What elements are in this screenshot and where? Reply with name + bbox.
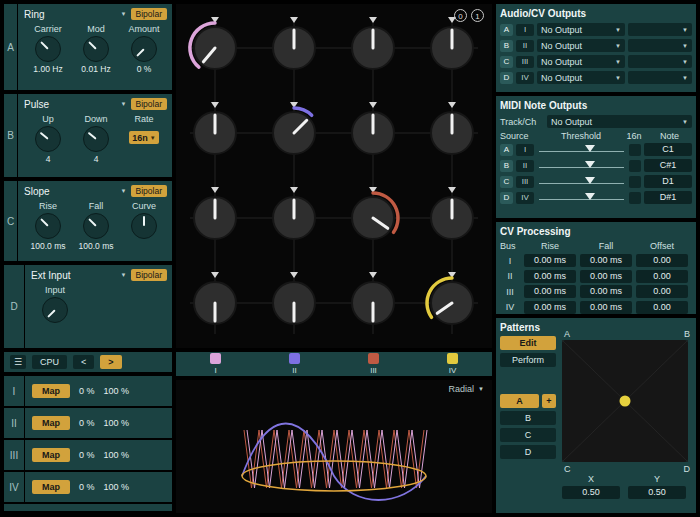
up-value[interactable]: 4 [46, 154, 51, 164]
xy-morph-pad[interactable] [562, 340, 688, 462]
bipolar-toggle[interactable]: Bipolar [131, 98, 167, 110]
y-value[interactable]: 0.50 [628, 486, 686, 499]
offset-value[interactable]: 0.00 [636, 254, 688, 267]
morph-position-dot[interactable] [620, 396, 631, 407]
sync-toggle[interactable] [629, 192, 641, 204]
rise-value[interactable]: 0.00 ms [524, 285, 576, 298]
up-knob[interactable] [35, 126, 61, 152]
note-value[interactable]: C#1 [644, 159, 692, 172]
map-min-value[interactable]: 0 % [79, 386, 95, 396]
note-value[interactable]: C1 [644, 143, 692, 156]
x-value[interactable]: 0.50 [562, 486, 620, 499]
map-max-value[interactable]: 100 % [104, 450, 130, 460]
source-numeral-button[interactable]: I [516, 144, 534, 156]
matrix-knob-r4-c4[interactable] [427, 272, 473, 324]
sync-toggle[interactable] [629, 176, 641, 188]
matrix-knob-r1-c1[interactable] [190, 17, 236, 69]
offset-value[interactable]: 0.00 [636, 270, 688, 283]
rise-value[interactable]: 100.0 ms [31, 241, 66, 251]
bipolar-toggle[interactable]: Bipolar [131, 269, 167, 281]
module-type-dropdown-icon[interactable]: ▼ [121, 11, 127, 17]
offset-value[interactable]: 0.00 [636, 285, 688, 298]
fall-value[interactable]: 0.00 ms [580, 270, 632, 283]
map-max-value[interactable]: 100 % [104, 386, 130, 396]
amount-knob[interactable] [131, 36, 157, 62]
pattern-a-button[interactable]: A [500, 394, 539, 408]
source-letter-button[interactable]: D [500, 72, 513, 84]
pattern-d-button[interactable]: D [500, 445, 556, 459]
module-type-dropdown-icon[interactable]: ▼ [121, 101, 127, 107]
threshold-slider[interactable] [537, 192, 626, 204]
map-min-value[interactable]: 0 % [79, 482, 95, 492]
next-page-button[interactable]: > [100, 355, 121, 369]
note-value[interactable]: D1 [644, 175, 692, 188]
source-letter-button[interactable]: B [500, 160, 513, 172]
threshold-slider[interactable] [537, 144, 626, 156]
channel-select[interactable]: ▼ [628, 71, 692, 84]
output-select[interactable]: No Output▼ [537, 39, 625, 52]
threshold-slider[interactable] [537, 160, 626, 172]
fall-knob[interactable] [83, 213, 109, 239]
source-letter-button[interactable]: B [500, 40, 513, 52]
bipolar-toggle[interactable]: Bipolar [131, 185, 167, 197]
channel-select[interactable]: ▼ [628, 55, 692, 68]
pattern-b-button[interactable]: B [500, 411, 556, 425]
map-button[interactable]: Map [32, 448, 70, 462]
map-button[interactable]: Map [32, 480, 70, 494]
mod-value[interactable]: 0.01 Hz [81, 64, 110, 74]
source-numeral-button[interactable]: II [516, 40, 534, 52]
edit-button[interactable]: Edit [500, 336, 556, 350]
source-numeral-button[interactable]: II [516, 160, 534, 172]
input-knob[interactable] [42, 297, 68, 323]
slider-marker-icon[interactable] [585, 161, 595, 168]
fall-value[interactable]: 0.00 ms [580, 301, 632, 314]
map-button[interactable]: Map [32, 384, 70, 398]
offset-value[interactable]: 0.00 [636, 301, 688, 314]
source-numeral-button[interactable]: I [516, 24, 534, 36]
track-select[interactable]: No Output▼ [547, 115, 692, 128]
matrix-view-0-button[interactable]: 0 [454, 9, 467, 22]
source-numeral-button[interactable]: III [516, 176, 534, 188]
slider-marker-icon[interactable] [585, 177, 595, 184]
map-button[interactable]: Map [32, 416, 70, 430]
sync-toggle[interactable] [629, 160, 641, 172]
sync-toggle[interactable] [629, 144, 641, 156]
rise-value[interactable]: 0.00 ms [524, 270, 576, 283]
map-min-value[interactable]: 0 % [79, 418, 95, 428]
slider-marker-icon[interactable] [585, 145, 595, 152]
down-value[interactable]: 4 [94, 154, 99, 164]
source-numeral-button[interactable]: IV [516, 72, 534, 84]
amount-value[interactable]: 0 % [137, 64, 152, 74]
matrix-view-1-button[interactable]: 1 [471, 9, 484, 22]
bipolar-toggle[interactable]: Bipolar [131, 8, 167, 20]
pattern-c-button[interactable]: C [500, 428, 556, 442]
fall-value[interactable]: 0.00 ms [580, 254, 632, 267]
source-letter-button[interactable]: A [500, 24, 513, 36]
mod-knob[interactable] [83, 36, 109, 62]
source-letter-button[interactable]: D [500, 192, 513, 204]
output-select[interactable]: No Output▼ [537, 55, 625, 68]
note-value[interactable]: D#1 [644, 191, 692, 204]
source-letter-button[interactable]: C [500, 56, 513, 68]
rate-dropdown[interactable]: 16n ▼ [129, 131, 159, 144]
slider-marker-icon[interactable] [585, 193, 595, 200]
source-letter-button[interactable]: C [500, 176, 513, 188]
channel-select[interactable]: ▼ [628, 39, 692, 52]
menu-icon[interactable]: ☰ [10, 355, 26, 369]
output-select[interactable]: No Output▼ [537, 23, 625, 36]
add-pattern-button[interactable]: + [542, 394, 556, 408]
cpu-button[interactable]: CPU [32, 355, 67, 369]
module-type-dropdown-icon[interactable]: ▼ [121, 272, 127, 278]
rise-knob[interactable] [35, 213, 61, 239]
carrier-value[interactable]: 1.00 Hz [33, 64, 62, 74]
output-select[interactable]: No Output▼ [537, 71, 625, 84]
fall-value[interactable]: 0.00 ms [580, 285, 632, 298]
map-max-value[interactable]: 100 % [104, 482, 130, 492]
map-min-value[interactable]: 0 % [79, 450, 95, 460]
source-numeral-button[interactable]: III [516, 56, 534, 68]
channel-select[interactable]: ▼ [628, 23, 692, 36]
source-numeral-button[interactable]: IV [516, 192, 534, 204]
threshold-slider[interactable] [537, 176, 626, 188]
prev-page-button[interactable]: < [73, 355, 94, 369]
perform-button[interactable]: Perform [500, 353, 556, 367]
